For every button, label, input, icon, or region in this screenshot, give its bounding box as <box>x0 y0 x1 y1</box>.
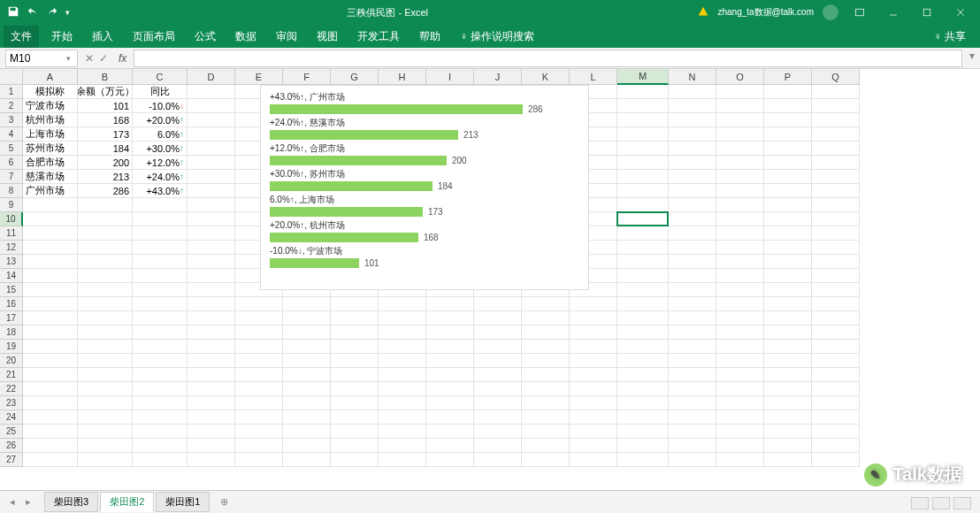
cell[interactable] <box>716 439 764 453</box>
cell[interactable] <box>426 396 474 410</box>
cell[interactable] <box>474 396 522 410</box>
close-button[interactable] <box>948 0 973 25</box>
cell[interactable]: 合肥市场 <box>23 156 78 170</box>
cell[interactable] <box>78 439 133 453</box>
cell[interactable] <box>78 325 133 340</box>
cell[interactable] <box>570 354 617 368</box>
cell[interactable] <box>188 325 235 340</box>
cell[interactable] <box>764 283 812 297</box>
cell[interactable] <box>188 198 235 212</box>
cell[interactable] <box>812 212 860 226</box>
cell[interactable] <box>764 297 812 311</box>
cell[interactable] <box>669 142 716 156</box>
cell[interactable] <box>78 283 133 297</box>
cell[interactable] <box>188 340 235 354</box>
cell[interactable] <box>764 325 812 340</box>
cell[interactable] <box>188 410 235 425</box>
column-header[interactable]: M <box>617 69 669 85</box>
cell[interactable] <box>133 212 188 226</box>
sheet-tab[interactable]: 柴田图1 <box>156 492 210 512</box>
ribbon-tab-审阅[interactable]: 审阅 <box>269 26 304 48</box>
ribbon-tab-帮助[interactable]: 帮助 <box>412 26 448 48</box>
cell[interactable] <box>812 325 860 340</box>
cell[interactable] <box>669 354 716 368</box>
row-header[interactable]: 7 <box>0 170 23 184</box>
column-header[interactable]: G <box>331 69 379 85</box>
cell[interactable] <box>331 354 379 368</box>
row-header[interactable]: 11 <box>0 226 23 241</box>
column-header[interactable]: C <box>133 69 188 85</box>
cell[interactable] <box>669 127 716 142</box>
cell[interactable] <box>716 255 764 269</box>
row-header[interactable]: 3 <box>0 113 23 127</box>
cell[interactable] <box>78 410 133 425</box>
column-header[interactable]: O <box>716 69 764 85</box>
cell[interactable] <box>188 113 235 127</box>
cell[interactable] <box>133 241 188 255</box>
cell[interactable] <box>716 85 764 99</box>
cell[interactable] <box>23 269 78 283</box>
cell[interactable] <box>188 85 235 99</box>
cell[interactable] <box>716 241 764 255</box>
cell[interactable] <box>617 255 669 269</box>
cell[interactable] <box>474 453 522 467</box>
cell[interactable] <box>474 410 522 425</box>
cell[interactable] <box>283 368 331 382</box>
row-header[interactable]: 2 <box>0 99 23 113</box>
cell[interactable] <box>283 453 331 467</box>
cell[interactable] <box>474 311 522 325</box>
cell[interactable] <box>716 113 764 127</box>
cell[interactable] <box>133 410 188 425</box>
cell[interactable] <box>379 382 426 396</box>
ribbon-display-icon[interactable] <box>847 0 872 25</box>
cell[interactable] <box>235 453 283 467</box>
row-header[interactable]: 15 <box>0 283 23 297</box>
cell[interactable] <box>669 255 716 269</box>
cell[interactable] <box>78 396 133 410</box>
cell[interactable]: 余额（万元） <box>78 85 133 99</box>
cell[interactable] <box>331 453 379 467</box>
row-header[interactable]: 10 <box>0 212 23 226</box>
cell[interactable] <box>474 354 522 368</box>
cell[interactable] <box>716 170 764 184</box>
row-header[interactable]: 24 <box>0 410 23 425</box>
cell[interactable] <box>669 85 716 99</box>
column-header[interactable]: P <box>764 69 812 85</box>
sheet-tab[interactable]: 柴田图2 <box>100 492 154 512</box>
cell[interactable] <box>379 410 426 425</box>
cell[interactable]: 广州市场 <box>23 184 78 198</box>
cell[interactable] <box>235 325 283 340</box>
cell[interactable] <box>379 425 426 439</box>
enter-formula-icon[interactable]: ✓ <box>99 52 108 65</box>
ribbon-tab-开发工具[interactable]: 开发工具 <box>350 26 407 48</box>
cell[interactable] <box>331 311 379 325</box>
cell[interactable] <box>669 184 716 198</box>
cell[interactable] <box>188 297 235 311</box>
cell[interactable] <box>570 368 617 382</box>
cell[interactable] <box>23 198 78 212</box>
column-header[interactable]: Q <box>812 69 860 85</box>
cell[interactable] <box>812 340 860 354</box>
cell[interactable] <box>812 410 860 425</box>
cell[interactable] <box>812 382 860 396</box>
cell[interactable] <box>617 113 669 127</box>
cell[interactable] <box>474 297 522 311</box>
cell[interactable] <box>617 127 669 142</box>
ribbon-tab-公式[interactable]: 公式 <box>188 26 223 48</box>
cell[interactable] <box>78 212 133 226</box>
cell[interactable] <box>331 410 379 425</box>
cell[interactable] <box>716 198 764 212</box>
cell[interactable] <box>522 410 570 425</box>
cell[interactable] <box>716 184 764 198</box>
cell[interactable] <box>570 382 617 396</box>
cell[interactable] <box>188 142 235 156</box>
column-header[interactable]: H <box>379 69 426 85</box>
cell[interactable] <box>812 297 860 311</box>
spreadsheet-grid[interactable]: ABCDEFGHIJKLMNOPQ 1234567891011121314151… <box>0 69 980 490</box>
column-header[interactable]: J <box>474 69 522 85</box>
cell[interactable] <box>764 142 812 156</box>
cell[interactable] <box>716 382 764 396</box>
minimize-button[interactable] <box>881 0 906 25</box>
cell[interactable] <box>188 283 235 297</box>
cell[interactable] <box>570 340 617 354</box>
